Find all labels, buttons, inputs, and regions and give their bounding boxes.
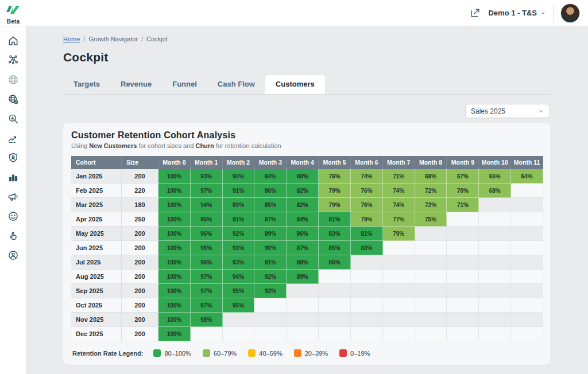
legend-item-label: 60–79% <box>214 350 237 357</box>
retention-cell: 92% <box>254 284 287 298</box>
globe-icon[interactable] <box>7 73 20 86</box>
empty-cell <box>415 227 447 241</box>
tab-customers[interactable]: Customers <box>265 75 325 94</box>
smiley-icon[interactable] <box>7 210 20 223</box>
retention-cell: 81% <box>351 227 383 241</box>
edit-icon[interactable] <box>470 7 481 19</box>
retention-cell: 93% <box>223 255 255 270</box>
legend-item-label: 0–19% <box>350 350 370 357</box>
column-header: Month 4 <box>287 156 319 169</box>
tab-funnel[interactable]: Funnel <box>162 75 207 94</box>
cohort-label: Jul 2025 <box>71 255 122 270</box>
retention-cell: 67% <box>447 169 479 184</box>
empty-cell <box>191 327 223 341</box>
megaphone-icon[interactable] <box>7 190 20 203</box>
retention-cell: 89% <box>254 227 287 241</box>
chevron-down-icon <box>540 11 546 15</box>
column-header: Cohort <box>71 156 122 169</box>
cohort-size: 200 <box>122 241 158 255</box>
user-profile-icon[interactable] <box>7 249 20 262</box>
empty-cell <box>447 212 479 227</box>
cohort-size: 200 <box>122 270 158 284</box>
legend-swatch <box>339 349 347 357</box>
retention-cell: 93% <box>223 241 255 255</box>
gesture-tap-icon[interactable] <box>7 229 20 242</box>
retention-cell: 87% <box>254 212 287 227</box>
table-row: Sep 2025200100%97%95%92% <box>71 284 543 298</box>
table-row: Jun 2025200100%96%93%90%87%85%83% <box>71 241 543 255</box>
tab-bar: Targets Revenue Funnel Cash Flow Custome… <box>63 75 550 95</box>
growth-chart-icon[interactable] <box>7 132 20 145</box>
empty-cell <box>447 255 479 270</box>
legend-swatch <box>248 349 256 357</box>
empty-cell <box>479 212 511 227</box>
page-title: Cockpit <box>63 50 550 64</box>
retention-cell: 84% <box>287 212 319 227</box>
retention-cell: 100% <box>158 270 191 284</box>
empty-cell <box>383 241 415 255</box>
retention-cell: 87% <box>287 241 319 255</box>
breadcrumb-home-link[interactable]: Home <box>63 36 80 42</box>
column-header: Month 2 <box>223 156 255 169</box>
empty-cell <box>415 255 447 270</box>
logo-beta-label: Beta <box>7 18 20 25</box>
home-icon[interactable] <box>7 34 20 47</box>
retention-cell: 85% <box>254 198 287 212</box>
empty-cell <box>287 327 319 341</box>
workspace-dropdown[interactable]: Demo 1 - T&S <box>488 9 546 17</box>
empty-cell <box>287 284 319 298</box>
retention-cell: 74% <box>383 184 415 198</box>
retention-cell: 68% <box>479 184 511 198</box>
user-avatar[interactable] <box>560 3 580 23</box>
retention-cell: 97% <box>191 270 223 284</box>
retention-cell: 98% <box>191 313 223 327</box>
legend-item: 80–100% <box>153 349 191 357</box>
empty-cell <box>415 327 447 341</box>
column-header: Month 1 <box>191 156 223 169</box>
shield-user-icon[interactable] <box>7 151 20 164</box>
tab-targets[interactable]: Targets <box>63 75 110 94</box>
retention-cell: 81% <box>319 212 351 227</box>
retention-cell: 71% <box>383 169 415 184</box>
retention-cell: 96% <box>191 227 223 241</box>
empty-cell <box>319 313 351 327</box>
tab-cash-flow[interactable]: Cash Flow <box>207 75 265 94</box>
retention-cell: 97% <box>191 284 223 298</box>
retention-cell: 91% <box>254 255 287 270</box>
cohort-label: May 2025 <box>71 227 122 241</box>
retention-cell: 89% <box>287 270 319 284</box>
column-header: Month 10 <box>479 156 511 169</box>
dataset-select[interactable]: Sales 2025 <box>465 104 550 118</box>
bar-chart-icon[interactable] <box>7 171 20 184</box>
globe-pin-icon[interactable] <box>7 93 20 106</box>
cohort-label: Dec 2025 <box>71 327 122 341</box>
retention-cell: 72% <box>415 184 447 198</box>
workflow-nodes-icon[interactable] <box>7 54 20 67</box>
empty-cell <box>319 298 351 313</box>
cohort-size: 220 <box>122 184 158 198</box>
legend-swatch <box>153 349 161 357</box>
legend-swatch <box>203 349 210 357</box>
legend-item-label: 40–59% <box>259 350 282 357</box>
cohort-size: 200 <box>122 255 158 270</box>
retention-cell: 95% <box>223 284 255 298</box>
empty-cell <box>383 327 415 341</box>
workspace-name: Demo 1 - T&S <box>488 9 537 17</box>
app-logo[interactable]: Beta <box>0 2 26 25</box>
legend-item-label: 20–39% <box>305 350 328 357</box>
cohort-label: Oct 2025 <box>71 298 122 313</box>
cohort-size: 200 <box>122 327 158 341</box>
dataset-select-value: Sales 2025 <box>471 107 505 115</box>
empty-cell <box>415 241 447 255</box>
tab-revenue[interactable]: Revenue <box>110 75 162 94</box>
column-header: Size <box>122 156 158 169</box>
retention-cell: 100% <box>158 212 191 227</box>
left-sidebar <box>0 26 26 374</box>
empty-cell <box>383 313 415 327</box>
empty-cell <box>511 327 543 341</box>
retention-cell: 85% <box>319 241 351 255</box>
empty-cell <box>351 284 383 298</box>
retention-cell: 79% <box>319 198 351 212</box>
breadcrumb-current: Cockpit <box>146 36 168 42</box>
search-analytics-icon[interactable] <box>7 112 20 125</box>
